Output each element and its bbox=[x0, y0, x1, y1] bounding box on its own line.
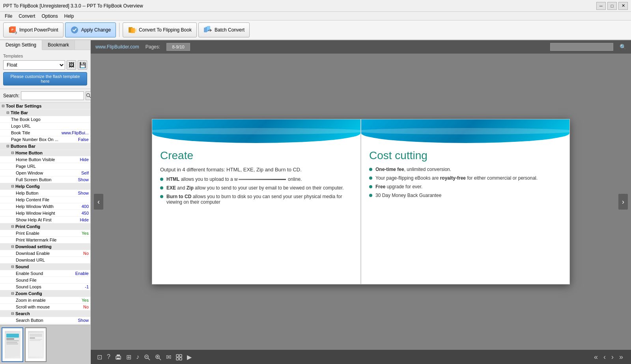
item-page-number-box[interactable]: Page Number Box On ... False bbox=[0, 136, 90, 143]
apply-change-button[interactable]: Apply Change bbox=[65, 22, 116, 37]
bullet-guarantee-text: 30 Day Money Back Guarantee bbox=[375, 193, 441, 198]
item-help-button[interactable]: Help Button Show bbox=[0, 190, 90, 197]
category-search[interactable]: ⊟ Search bbox=[0, 310, 90, 317]
flipbook-search-icon[interactable]: 🔍 bbox=[620, 44, 626, 50]
window-controls: ─ □ ✕ bbox=[596, 2, 628, 10]
bullet-dot-5 bbox=[369, 176, 372, 180]
item-help-window-width[interactable]: Help Window Width 400 bbox=[0, 203, 90, 210]
first-page-button[interactable]: « bbox=[592, 353, 599, 361]
item-book-title[interactable]: Book Title www.FlipBui... bbox=[0, 130, 90, 136]
close-button[interactable]: ✕ bbox=[618, 2, 628, 10]
batch-convert-button[interactable]: Batch Convert bbox=[198, 22, 250, 37]
item-full-screen-button[interactable]: Full Screen Button Show bbox=[0, 176, 90, 183]
right-page: Cost cutting One-time fee, unlimited con… bbox=[361, 119, 570, 284]
bullet-onetime: One-time fee, unlimited conversion. bbox=[369, 167, 562, 172]
thumbnails-icon[interactable] bbox=[176, 353, 182, 360]
thumbnail-2[interactable] bbox=[25, 327, 47, 362]
category-zoom-config[interactable]: ⊟ Zoom Config bbox=[0, 290, 90, 297]
sound-icon[interactable]: ♪ bbox=[136, 353, 139, 360]
category-home-button[interactable]: ⊟ Home Button bbox=[0, 150, 90, 156]
template-preview-button[interactable]: 🖼 bbox=[67, 60, 76, 70]
svg-rect-8 bbox=[207, 26, 210, 31]
item-download-enable[interactable]: Download Enable No bbox=[0, 250, 90, 257]
bullet-exe: EXE and Zip allow you to send to your us… bbox=[160, 185, 353, 191]
prev-page-arrow[interactable]: ‹ bbox=[94, 194, 103, 210]
bullet-exe-text: EXE and Zip allow you to send to your us… bbox=[166, 185, 344, 191]
thumbnail-1[interactable] bbox=[2, 327, 23, 362]
item-search-button[interactable]: Search Button Show bbox=[0, 317, 90, 324]
print-icon[interactable] bbox=[115, 353, 121, 360]
help-icon[interactable]: ? bbox=[107, 353, 110, 360]
item-print-enable[interactable]: Print Enable Yes bbox=[0, 230, 90, 237]
search-input[interactable] bbox=[21, 91, 84, 100]
next-page-button[interactable]: › bbox=[610, 353, 615, 361]
category-buttons-bar[interactable]: ⊟ Buttons Bar bbox=[0, 143, 90, 150]
templates-section: Templates Float Classic Neat 🖼 💾 Please … bbox=[0, 50, 90, 89]
svg-rect-32 bbox=[176, 355, 179, 357]
item-help-window-height[interactable]: Help Window Height 450 bbox=[0, 210, 90, 217]
item-open-window[interactable]: Open Window Self bbox=[0, 170, 90, 176]
item-home-button-visible[interactable]: Home Button Visible Hide bbox=[0, 156, 90, 163]
zoom-out-icon[interactable] bbox=[144, 353, 150, 360]
item-download-url[interactable]: Download URL bbox=[0, 257, 90, 264]
thumbnail-strip bbox=[0, 325, 90, 364]
svg-rect-13 bbox=[6, 338, 14, 340]
fit-page-icon[interactable]: ⊡ bbox=[97, 353, 102, 361]
item-help-content-file[interactable]: Help Content File bbox=[0, 197, 90, 203]
svg-rect-12 bbox=[6, 334, 19, 338]
search-label: Search: bbox=[3, 93, 19, 98]
item-sound-file[interactable]: Sound File bbox=[0, 277, 90, 284]
email-icon[interactable]: ✉ bbox=[166, 353, 171, 361]
item-print-watermark[interactable]: Print Wartermark File bbox=[0, 237, 90, 243]
flipbook-toolbar: www.FlipBuilder.com Pages: 🔍 bbox=[91, 40, 631, 54]
tab-design-setting[interactable]: Design Setting bbox=[0, 40, 42, 50]
svg-point-3 bbox=[71, 26, 78, 33]
item-book-logo[interactable]: The Book Logo bbox=[0, 116, 90, 123]
item-enable-sound[interactable]: Enable Sound Enable bbox=[0, 270, 90, 277]
last-page-button[interactable]: » bbox=[618, 353, 625, 361]
customize-template-button[interactable]: Please customize the flash template here bbox=[3, 72, 87, 85]
zoom-in-icon[interactable] bbox=[155, 353, 161, 360]
item-show-help-at-first[interactable]: Show Help At First Hide bbox=[0, 217, 90, 223]
category-toolbar-settings[interactable]: ⊟ Tool Bar Settings bbox=[0, 103, 90, 110]
category-download-setting[interactable]: ⊟ Download setting bbox=[0, 243, 90, 250]
menu-help[interactable]: Help bbox=[61, 13, 77, 20]
template-dropdown[interactable]: Float Classic Neat bbox=[3, 60, 65, 70]
next-page-arrow[interactable]: › bbox=[618, 194, 628, 210]
menu-options[interactable]: Options bbox=[38, 13, 61, 20]
grid-view-icon[interactable]: ⊞ bbox=[126, 353, 131, 361]
page-nav-group: « ‹ › » bbox=[592, 353, 625, 361]
category-help-config[interactable]: ⊟ Help Config bbox=[0, 183, 90, 190]
pages-input[interactable] bbox=[166, 43, 190, 51]
flipbook-search-input[interactable] bbox=[550, 43, 613, 51]
menu-convert[interactable]: Convert bbox=[15, 13, 38, 20]
pages-label: Pages: bbox=[146, 44, 160, 50]
svg-rect-20 bbox=[30, 339, 42, 340]
menu-file[interactable]: File bbox=[2, 13, 15, 20]
item-zoom-in-enable[interactable]: Zoom in enable Yes bbox=[0, 297, 90, 304]
import-powerpoint-button[interactable]: P Import PowerPoint bbox=[3, 22, 63, 37]
category-print-config[interactable]: ⊟ Print Config bbox=[0, 223, 90, 230]
tab-bookmark[interactable]: Bookmark bbox=[42, 40, 75, 50]
convert-to-flipping-book-button[interactable]: Convert To Flipping Book bbox=[123, 22, 197, 37]
bullet-free: Free upgrade for ever. bbox=[369, 184, 562, 189]
left-page-subtitle: Output in 4 different formats: HTML, EXE… bbox=[160, 167, 353, 173]
batch-label: Batch Convert bbox=[215, 27, 245, 33]
svg-rect-23 bbox=[117, 355, 120, 357]
autoplay-icon[interactable]: ▶ bbox=[187, 353, 192, 361]
apply-label: Apply Change bbox=[81, 27, 111, 33]
category-title-bar[interactable]: ⊟ Title Bar bbox=[0, 110, 90, 116]
item-logo-url[interactable]: Logo URL bbox=[0, 123, 90, 130]
item-sound-loops[interactable]: Sound Loops -1 bbox=[0, 284, 90, 290]
item-scroll-with-mouse[interactable]: Scroll with mouse No bbox=[0, 304, 90, 310]
maximize-button[interactable]: □ bbox=[607, 2, 617, 10]
minimize-button[interactable]: ─ bbox=[596, 2, 606, 10]
category-sound[interactable]: ⊟ Sound bbox=[0, 264, 90, 270]
item-page-url[interactable]: Page URL bbox=[0, 163, 90, 170]
prev-page-button[interactable]: ‹ bbox=[602, 353, 607, 361]
template-save-button[interactable]: 💾 bbox=[78, 60, 87, 70]
bullet-onetime-text: One-time fee, unlimited conversion. bbox=[375, 167, 451, 172]
svg-line-29 bbox=[159, 358, 161, 360]
flipbook-bottom: ⊡ ? ⊞ ♪ bbox=[91, 350, 631, 364]
bullet-dot-4 bbox=[369, 168, 372, 171]
